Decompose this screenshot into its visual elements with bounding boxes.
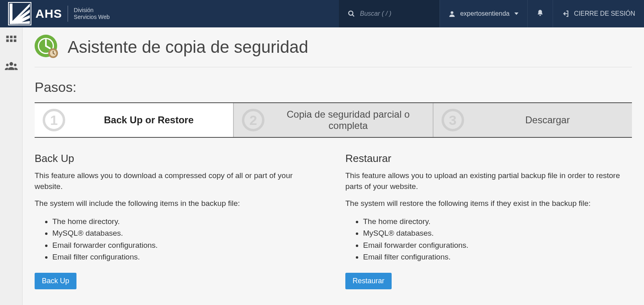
backup-description: This feature allows you to download a co… (35, 170, 321, 192)
step-tab-3[interactable]: 3 Descargar (433, 103, 632, 137)
step-number-icon: 3 (442, 109, 464, 131)
brand-name: AHS (35, 7, 62, 21)
list-item: MySQL® databases. (52, 227, 321, 239)
brand-subtitle: División Servicios Web (74, 7, 109, 21)
list-item: Email filter configurations. (363, 251, 632, 263)
svg-rect-6 (6, 36, 8, 38)
step-number-icon: 1 (43, 109, 65, 131)
brand-sub-line2: Servicios Web (74, 14, 109, 21)
top-navbar: AHS División Servicios Web expertosentie… (0, 0, 644, 27)
backup-heading: Back Up (35, 152, 321, 165)
step-number-icon: 2 (242, 109, 264, 131)
list-item: The home directory. (363, 216, 632, 227)
step-tab-1[interactable]: 1 Back Up or Restore (35, 103, 234, 137)
svg-line-3 (352, 15, 354, 17)
brand-sub-line1: División (74, 7, 109, 14)
search-box[interactable] (339, 0, 440, 27)
backup-button[interactable]: Back Up (35, 273, 76, 289)
steps-heading: Pasos: (35, 79, 632, 95)
bell-icon (537, 9, 544, 19)
restore-items-list: The home directory. MySQL® databases. Em… (363, 216, 632, 263)
brand[interactable]: AHS División Servicios Web (0, 0, 118, 27)
page-title: Asistente de copia de seguridad (68, 37, 308, 57)
restore-button[interactable]: Restaurar (345, 273, 392, 289)
svg-point-13 (6, 64, 8, 66)
step-label: Descargar (471, 114, 624, 126)
restore-list-intro: The system will restore the following it… (345, 198, 632, 209)
user-menu[interactable]: expertosentienda (440, 0, 527, 27)
svg-rect-7 (10, 36, 12, 38)
svg-rect-10 (10, 39, 12, 42)
list-item: Email forwarder configurations. (52, 239, 321, 251)
main-content: Asistente de copia de seguridad Pasos: 1… (23, 27, 644, 305)
svg-point-12 (9, 62, 13, 66)
search-icon (348, 10, 355, 17)
svg-point-4 (451, 11, 454, 14)
list-item: Email filter configurations. (52, 251, 321, 263)
list-item: MySQL® databases. (363, 227, 632, 239)
list-item: Email forwarder configurations. (363, 239, 632, 251)
step-label: Copia de seguridad parcial o completa (272, 109, 424, 131)
left-sidebar (0, 27, 23, 305)
svg-point-14 (14, 64, 16, 66)
restore-column: Restaurar This feature allows you to upl… (345, 152, 632, 289)
step-label: Back Up or Restore (72, 114, 225, 126)
brand-divider (68, 6, 68, 22)
page-header: Asistente de copia de seguridad (35, 35, 632, 67)
user-icon (449, 10, 455, 17)
backup-list-intro: The system will include the following it… (35, 198, 321, 209)
notifications-button[interactable] (528, 0, 553, 27)
backup-wizard-icon (35, 35, 60, 60)
svg-rect-11 (14, 39, 16, 42)
users-button[interactable] (5, 60, 18, 73)
brand-logo-icon (8, 2, 31, 25)
list-item: The home directory. (52, 216, 321, 227)
steps-tabs: 1 Back Up or Restore 2 Copia de segurida… (35, 102, 632, 138)
apps-grid-button[interactable] (5, 35, 17, 48)
restore-heading: Restaurar (345, 152, 632, 165)
user-name: expertosentienda (460, 10, 510, 17)
restore-description: This feature allows you to upload an exi… (345, 170, 632, 192)
svg-point-2 (349, 11, 353, 15)
backup-column: Back Up This feature allows you to downl… (35, 152, 321, 289)
svg-rect-1 (10, 4, 12, 24)
step-tab-2[interactable]: 2 Copia de seguridad parcial o completa (234, 103, 433, 137)
logout-button[interactable]: CIERRE DE SESIÓN (553, 0, 644, 27)
logout-icon (562, 10, 569, 17)
chevron-down-icon (514, 10, 518, 17)
svg-rect-8 (14, 36, 16, 38)
svg-rect-9 (6, 39, 8, 42)
search-input[interactable] (360, 10, 431, 17)
logout-label: CIERRE DE SESIÓN (574, 10, 635, 17)
backup-items-list: The home directory. MySQL® databases. Em… (52, 216, 321, 263)
